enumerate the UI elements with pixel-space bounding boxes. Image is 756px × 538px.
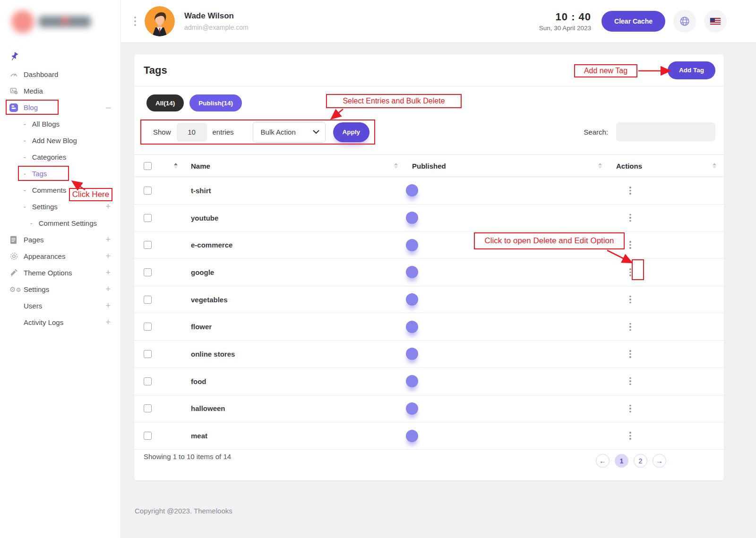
user-email: admin@example.com bbox=[184, 24, 249, 31]
tag-name: t-shirt bbox=[191, 187, 412, 195]
clear-cache-button[interactable]: Clear Cache bbox=[601, 11, 665, 32]
table-row: t-shirt bbox=[134, 177, 724, 205]
sidebar-item-dashboard[interactable]: Dashboard bbox=[0, 66, 121, 83]
tag-name: halloween bbox=[191, 404, 412, 412]
table-row: vegetables bbox=[134, 286, 724, 314]
pages-icon bbox=[9, 236, 24, 244]
column-header-name[interactable]: Name bbox=[191, 162, 412, 170]
more-vertical-icon[interactable] bbox=[134, 17, 136, 26]
sort-icon bbox=[713, 163, 716, 169]
sidebar-item-media[interactable]: Media bbox=[0, 83, 121, 99]
time: 10 : 40 bbox=[539, 11, 591, 23]
sidebar-item-settings[interactable]: ⚙⚙ Settings + bbox=[0, 281, 121, 298]
filter-publish-button[interactable]: Publish(14) bbox=[189, 94, 242, 111]
row-actions-menu-icon[interactable] bbox=[627, 185, 633, 196]
gears-icon: ⚙⚙ bbox=[9, 285, 24, 294]
bulk-action-select[interactable]: Bulk Action bbox=[253, 122, 326, 143]
sidebar-item-comments[interactable]: - Comments bbox=[0, 182, 121, 198]
sidebar-item-blog-settings[interactable]: - Settings + bbox=[0, 198, 121, 215]
row-actions-menu-icon[interactable] bbox=[627, 239, 633, 251]
sidebar-nav: Dashboard Media Blog – - All Blogs - bbox=[0, 66, 121, 331]
sidebar-item-all-blogs[interactable]: - All Blogs bbox=[0, 116, 121, 132]
expand-icon[interactable]: + bbox=[105, 284, 111, 294]
row-checkbox[interactable] bbox=[144, 323, 152, 331]
row-actions-menu-icon[interactable] bbox=[627, 212, 633, 224]
apply-button[interactable]: Apply bbox=[333, 122, 370, 142]
sidebar-item-users[interactable]: Users + bbox=[0, 298, 121, 314]
expand-icon[interactable]: + bbox=[105, 301, 111, 311]
expand-icon[interactable]: + bbox=[105, 317, 111, 327]
page-2-button[interactable]: 2 bbox=[634, 454, 647, 468]
filter-all-button[interactable]: All(14) bbox=[146, 94, 184, 111]
row-actions-menu-icon[interactable] bbox=[627, 403, 633, 415]
row-checkbox[interactable] bbox=[144, 404, 152, 412]
column-header-published[interactable]: Published bbox=[412, 162, 616, 170]
expand-icon[interactable]: + bbox=[105, 235, 111, 245]
sidebar-item-tags[interactable]: - Tags bbox=[0, 165, 121, 182]
sort-icon bbox=[598, 163, 602, 169]
row-checkbox[interactable] bbox=[144, 241, 152, 249]
row-checkbox[interactable] bbox=[144, 268, 152, 276]
sidebar-item-label: Comment Settings bbox=[39, 219, 97, 227]
entries-count-input[interactable] bbox=[177, 123, 207, 142]
language-globe-button[interactable] bbox=[673, 10, 696, 33]
row-actions-menu-icon[interactable] bbox=[627, 294, 633, 306]
sidebar-item-label: Settings bbox=[32, 203, 58, 211]
date: Sun, 30 April 2023 bbox=[539, 25, 591, 32]
row-checkbox[interactable] bbox=[144, 377, 152, 385]
next-page-button[interactable]: → bbox=[653, 454, 666, 468]
row-actions-menu-icon[interactable] bbox=[627, 430, 633, 442]
tag-name: vegetables bbox=[191, 296, 412, 304]
entries-label: entries bbox=[213, 128, 234, 136]
chevron-down-icon bbox=[313, 130, 319, 134]
row-checkbox[interactable] bbox=[144, 214, 152, 222]
search-input[interactable] bbox=[616, 122, 715, 141]
page-1-button[interactable]: 1 bbox=[615, 454, 628, 468]
sidebar-item-label: Add New Blog bbox=[32, 137, 77, 145]
tag-name: youtube bbox=[191, 214, 412, 222]
globe-icon bbox=[679, 16, 690, 27]
row-actions-menu-icon[interactable] bbox=[627, 266, 633, 278]
clock: 10 : 40 Sun, 30 April 2023 bbox=[539, 11, 591, 32]
sidebar-item-activity-logs[interactable]: Activity Logs + bbox=[0, 314, 121, 331]
prev-page-button[interactable]: ← bbox=[596, 454, 610, 468]
search-label: Search: bbox=[584, 128, 608, 136]
sidebar-item-theme-options[interactable]: Theme Options + bbox=[0, 265, 121, 281]
sidebar-item-appearances[interactable]: Appearances + bbox=[0, 248, 121, 265]
locale-flag-button[interactable] bbox=[704, 10, 727, 33]
row-actions-menu-icon[interactable] bbox=[627, 321, 633, 333]
row-checkbox[interactable] bbox=[144, 350, 152, 358]
pushpin-icon[interactable] bbox=[9, 51, 20, 62]
tag-name: online stores bbox=[191, 350, 412, 358]
tag-name: e-commerce bbox=[191, 241, 412, 249]
sidebar-item-categories[interactable]: - Categories bbox=[0, 149, 121, 165]
sort-icon[interactable] bbox=[174, 163, 178, 169]
avatar[interactable] bbox=[145, 6, 175, 36]
search-group: Search: bbox=[584, 122, 715, 141]
row-actions-menu-icon[interactable] bbox=[627, 348, 633, 360]
expand-icon[interactable]: + bbox=[105, 268, 111, 278]
sidebar-item-label: Settings bbox=[24, 285, 49, 293]
add-tag-button[interactable]: Add Tag bbox=[668, 61, 715, 79]
select-all-checkbox[interactable] bbox=[144, 162, 152, 170]
row-checkbox[interactable] bbox=[144, 296, 152, 304]
row-actions-menu-icon[interactable] bbox=[627, 376, 633, 387]
sidebar-item-pages[interactable]: Pages + bbox=[0, 231, 121, 248]
sidebar-item-label: Media bbox=[24, 87, 43, 95]
row-checkbox[interactable] bbox=[144, 187, 152, 195]
expand-icon[interactable]: + bbox=[105, 202, 111, 212]
table-header-row: Name Published Actions bbox=[134, 154, 724, 177]
column-header-actions[interactable]: Actions bbox=[616, 162, 724, 170]
sidebar-item-comment-settings[interactable]: - Comment Settings bbox=[0, 215, 121, 231]
table-row: online stores bbox=[134, 341, 724, 368]
tags-table: Name Published Actions t-shirt bbox=[134, 154, 724, 450]
show-label: Show bbox=[153, 128, 171, 136]
expand-icon[interactable]: + bbox=[105, 251, 111, 261]
sidebar-item-add-new-blog[interactable]: - Add New Blog bbox=[0, 132, 121, 149]
logo-accent-blur bbox=[61, 17, 69, 25]
row-checkbox[interactable] bbox=[144, 432, 152, 440]
sidebar-item-blog[interactable]: Blog – bbox=[0, 99, 121, 116]
page-title: Tags bbox=[144, 64, 167, 77]
collapse-icon[interactable]: – bbox=[106, 102, 111, 112]
sidebar-item-label: Pages bbox=[24, 236, 44, 244]
